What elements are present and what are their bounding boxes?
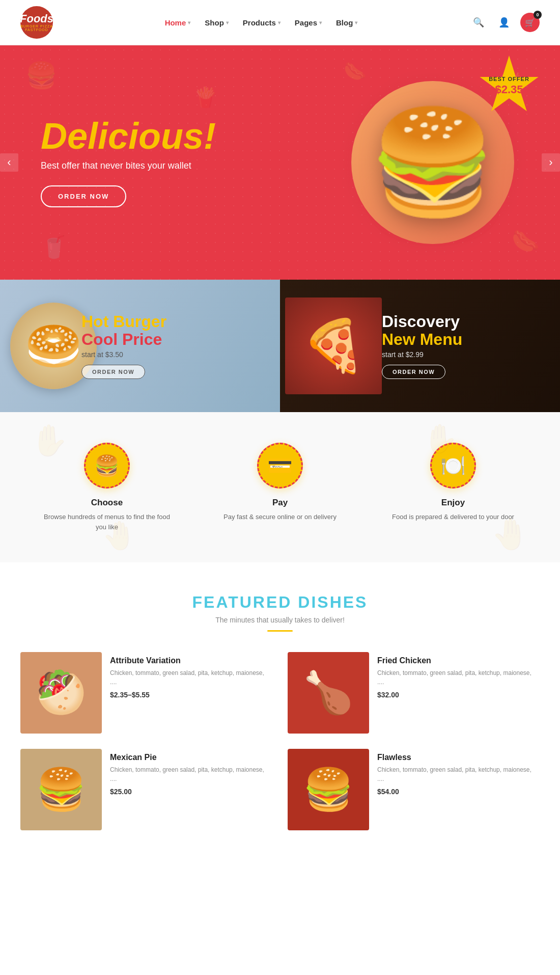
feature-choose-icon-wrap: 🍔 (84, 443, 130, 489)
section-title: FEATURED DISHES (20, 593, 540, 612)
dish-desc-4: Chicken, tommato, green salad, pita, ket… (377, 765, 540, 783)
dish-image-4[interactable]: 🍔 (288, 749, 369, 830)
search-button[interactable]: 🔍 (469, 13, 488, 32)
chevron-down-icon: ▾ (355, 20, 357, 25)
promo-card-burger: 🥯 Hot Burger Cool Price start at $3.50 O… (0, 280, 280, 412)
card-feature-icon: 💳 (267, 454, 293, 478)
hero-prev-button[interactable]: ‹ (0, 153, 18, 172)
hero-banner: 🍔 🍟 🥤 🌭 🌭 🍟 ‹ Delicious! Best offer that… (0, 45, 560, 280)
promo-section: 🥯 Hot Burger Cool Price start at $3.50 O… (0, 280, 560, 412)
bg-hand-icon-2: 🤚 (102, 519, 137, 552)
dish-image-3[interactable]: 🍔 (20, 749, 102, 830)
dish-name-1: Attribute Variation (110, 656, 272, 665)
brand-tagline: Burger Pizza FastFood (20, 24, 53, 32)
bg-hand-icon-3: ✋ (423, 422, 458, 455)
cart-button[interactable]: 🛒 0 (520, 13, 540, 32)
features-section: ✋ 🤚 ✋ 🤚 🍔 Choose Browse hundreds of menu… (0, 412, 560, 562)
dish-image-1[interactable]: 🥙 (20, 652, 102, 734)
feature-pay-title: Pay (214, 498, 346, 508)
hero-next-button[interactable]: › (542, 153, 560, 172)
section-header: FEATURED DISHES The minutes that usually… (20, 593, 540, 632)
feature-pay-desc: Pay fast & secure online or on delivery (214, 512, 346, 522)
dish-item: 🍔 Flawless Chicken, tommato, green salad… (288, 749, 540, 830)
dish-price-4: $54.00 (377, 788, 540, 796)
dishes-grid: 🥙 Attribute Variation Chicken, tommato, … (20, 652, 540, 830)
plate-feature-icon: 🍽️ (440, 454, 466, 478)
dish-item: 🍔 Mexican Pie Chicken, tommato, green sa… (20, 749, 272, 830)
dish-item: 🥙 Attribute Variation Chicken, tommato, … (20, 652, 272, 734)
section-subtitle: The minutes that usually takes to delive… (20, 616, 540, 624)
dish-image-2[interactable]: 🍗 (288, 652, 369, 734)
dish-name-4: Flawless (377, 753, 540, 762)
nav-pages[interactable]: Pages ▾ (295, 18, 322, 27)
logo[interactable]: Foods Burger Pizza FastFood (20, 6, 53, 39)
burger-feature-icon: 🍔 (94, 454, 120, 478)
dish-price-2: $32.00 (377, 691, 540, 699)
cart-icon: 🛒 (525, 18, 535, 28)
promo-left-content: Hot Burger Cool Price start at $3.50 ORD… (0, 313, 166, 379)
brand-name: Foods (20, 13, 53, 24)
nav-shop[interactable]: Shop ▾ (205, 18, 229, 27)
feature-pay-icon-wrap: 💳 (257, 443, 303, 489)
feature-choose-title: Choose (41, 498, 173, 508)
bg-hand-icon-4: 🤚 (491, 516, 529, 552)
nav-blog[interactable]: Blog ▾ (336, 18, 357, 27)
user-icon: 👤 (498, 17, 510, 28)
dish-price-1: $2.35–$5.55 (110, 691, 272, 699)
dish-price-3: $25.00 (110, 788, 272, 796)
dish-info-3: Mexican Pie Chicken, tommato, green sala… (110, 749, 272, 796)
bg-hand-icon-1: ✋ (31, 422, 69, 458)
nav-actions: 🔍 👤 🛒 0 (469, 13, 540, 32)
cart-badge: 0 (534, 11, 542, 19)
dish-info-1: Attribute Variation Chicken, tommato, gr… (110, 652, 272, 699)
feature-enjoy-title: Enjoy (387, 498, 519, 508)
hero-food-image: 🍔 BEST OFFER $2.35 (336, 66, 529, 259)
dish-item: 🍗 Fried Chicken Chicken, tommato, green … (288, 652, 540, 734)
nav-products[interactable]: Products ▾ (243, 18, 281, 27)
chevron-down-icon: ▾ (226, 20, 229, 25)
dish-desc-2: Chicken, tommato, green salad, pita, ket… (377, 668, 540, 687)
promo-right-order-button[interactable]: ORDER NOW (382, 365, 445, 379)
nav-links: Home ▾ Shop ▾ Products ▾ Pages ▾ Blog ▾ (165, 18, 358, 27)
promo-left-order-button[interactable]: ORDER NOW (81, 365, 145, 379)
burger-visual: 🍔 (351, 81, 514, 244)
promo-right-content: Discovery New Menu start at $2.99 ORDER … (280, 313, 462, 379)
navbar: Foods Burger Pizza FastFood Home ▾ Shop … (0, 0, 560, 45)
feature-pay: 💳 Pay Pay fast & secure online or on del… (214, 443, 346, 522)
user-button[interactable]: 👤 (495, 13, 513, 32)
section-divider (267, 630, 293, 632)
dish-desc-1: Chicken, tommato, green salad, pita, ket… (110, 668, 272, 687)
nav-home[interactable]: Home ▾ (165, 18, 191, 27)
dish-info-4: Flawless Chicken, tommato, green salad, … (377, 749, 540, 796)
dish-desc-3: Chicken, tommato, green salad, pita, ket… (110, 765, 272, 783)
promo-card-menu: 🍕 Discovery New Menu start at $2.99 ORDE… (280, 280, 560, 412)
featured-dishes-section: FEATURED DISHES The minutes that usually… (0, 562, 560, 851)
dish-info-2: Fried Chicken Chicken, tommato, green sa… (377, 652, 540, 699)
search-icon: 🔍 (473, 17, 484, 28)
dish-name-3: Mexican Pie (110, 753, 272, 762)
dish-name-2: Fried Chicken (377, 656, 540, 665)
chevron-down-icon: ▾ (319, 20, 322, 25)
hero-cta-button[interactable]: ORDER NOW (41, 185, 126, 207)
chevron-down-icon: ▾ (278, 20, 281, 25)
chevron-down-icon: ▾ (188, 20, 190, 25)
